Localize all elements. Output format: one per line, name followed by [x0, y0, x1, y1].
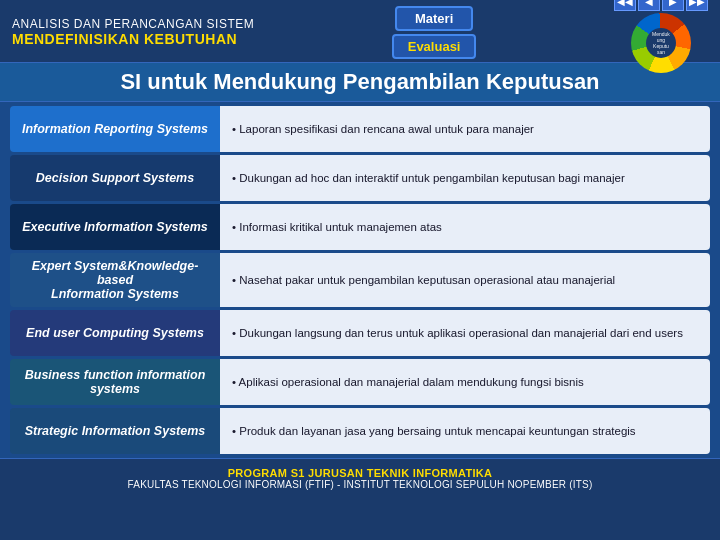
row-desc-executive-information: • Informasi kritikal untuk manajemen ata… [220, 204, 710, 250]
materi-button[interactable]: Materi [395, 6, 473, 31]
footer-line1: PROGRAM S1 JURUSAN TEKNIK INFORMATIKA [4, 467, 716, 479]
row-label-business-function: Business function information systems [10, 359, 220, 405]
content-row-executive-information: Executive Information Systems• Informasi… [10, 204, 710, 250]
header: ANALISIS DAN PERANCANGAN SISTEM MENDEFIN… [0, 0, 720, 62]
row-label-decision-support: Decision Support Systems [10, 155, 220, 201]
content-row-expert-system: Expert System&Knowledge-basedLnformation… [10, 253, 710, 307]
footer-line2: FAKULTAS TEKNOLOGI INFORMASI (FTIF) - IN… [4, 479, 716, 490]
nav-next-button[interactable]: ▶ [662, 0, 684, 11]
content-row-strategic-information: Strategic Information Systems• Produk da… [10, 408, 710, 454]
row-desc-business-function: • Aplikasi operasional dan manajerial da… [220, 359, 710, 405]
row-label-end-user-computing: End user Computing Systems [10, 310, 220, 356]
header-title-bottom: MENDEFINISIKAN KEBUTUHAN [12, 31, 254, 47]
row-desc-strategic-information: • Produk dan layanan jasa yang bersaing … [220, 408, 710, 454]
content-row-business-function: Business function information systems• A… [10, 359, 710, 405]
nav-last-button[interactable]: ▶▶ [686, 0, 708, 11]
row-desc-decision-support: • Dukungan ad hoc dan interaktif untuk p… [220, 155, 710, 201]
row-desc-expert-system: • Nasehat pakar untuk pengambilan keputu… [220, 253, 710, 307]
row-label-information-reporting: Information Reporting Systems [10, 106, 220, 152]
header-title-top: ANALISIS DAN PERANCANGAN SISTEM [12, 17, 254, 31]
footer: PROGRAM S1 JURUSAN TEKNIK INFORMATIKA FA… [0, 458, 720, 496]
circle-label: MendukungKeputusan [652, 31, 670, 55]
circle-menu[interactable]: MendukungKeputusan [631, 13, 691, 73]
main-title: SI untuk Mendukung Pengambilan Keputusan [0, 62, 720, 102]
row-label-strategic-information: Strategic Information Systems [10, 408, 220, 454]
header-center-buttons: Materi Evaluasi [392, 6, 477, 59]
nav-buttons: ◀◀ ◀ ▶ ▶▶ [614, 0, 708, 11]
content-row-end-user-computing: End user Computing Systems• Dukungan lan… [10, 310, 710, 356]
row-desc-information-reporting: • Laporan spesifikasi dan rencana awal u… [220, 106, 710, 152]
header-titles: ANALISIS DAN PERANCANGAN SISTEM MENDEFIN… [12, 17, 254, 47]
row-label-executive-information: Executive Information Systems [10, 204, 220, 250]
content-row-information-reporting: Information Reporting Systems• Laporan s… [10, 106, 710, 152]
nav-prev-button[interactable]: ◀ [638, 0, 660, 11]
nav-first-button[interactable]: ◀◀ [614, 0, 636, 11]
content-row-decision-support: Decision Support Systems• Dukungan ad ho… [10, 155, 710, 201]
evaluasi-button[interactable]: Evaluasi [392, 34, 477, 59]
row-label-expert-system: Expert System&Knowledge-basedLnformation… [10, 253, 220, 307]
header-right: ◀◀ ◀ ▶ ▶▶ MendukungKeputusan [614, 0, 708, 73]
circle-menu-inner: MendukungKeputusan [646, 28, 676, 58]
content-area: Information Reporting Systems• Laporan s… [0, 102, 720, 458]
row-desc-end-user-computing: • Dukungan langsung dan terus untuk apli… [220, 310, 710, 356]
